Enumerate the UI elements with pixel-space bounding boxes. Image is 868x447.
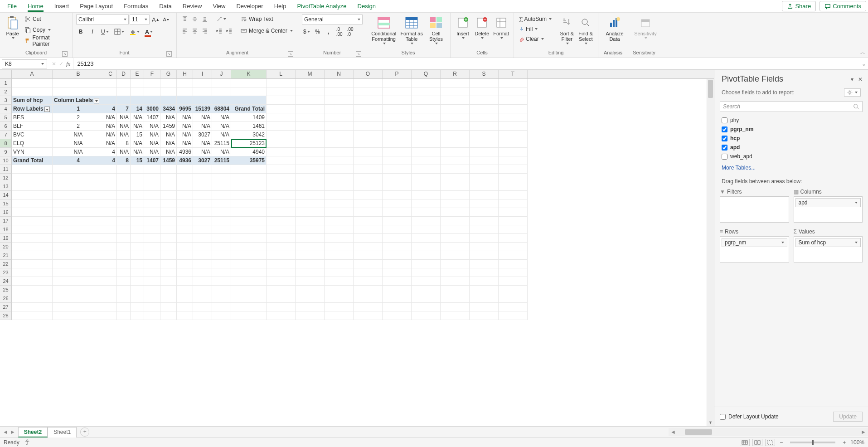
row-header-19[interactable]: 19 [0,234,12,243]
cell-K24[interactable] [231,277,267,286]
row-header-11[interactable]: 11 [0,165,12,174]
cell-J21[interactable] [212,251,231,260]
cell-P8[interactable] [383,139,412,148]
analyze-data-button[interactable]: Analyze Data [602,15,627,43]
cell-T22[interactable] [499,260,528,268]
cell-O18[interactable] [354,225,383,234]
cell-K26[interactable] [231,294,267,303]
cell-M23[interactable] [296,268,325,277]
cell-N15[interactable] [325,199,354,208]
cell-P10[interactable] [383,156,412,165]
col-header-A[interactable]: A [12,70,53,78]
cell-N9[interactable] [325,148,354,156]
cell-Q22[interactable] [412,260,441,268]
cell-M9[interactable] [296,148,325,156]
cell-Q2[interactable] [412,87,441,96]
cell-F28[interactable] [144,311,160,320]
cell-F6[interactable]: N/A [144,122,160,131]
cell-J13[interactable] [212,182,231,191]
cell-B14[interactable] [53,191,104,199]
cell-Q21[interactable] [412,251,441,260]
cell-M22[interactable] [296,260,325,268]
cell-A14[interactable] [12,191,53,199]
cell-K4[interactable]: Grand Total [231,105,267,113]
cell-O14[interactable] [354,191,383,199]
menu-tab-file[interactable]: File [2,1,22,11]
cell-K16[interactable] [231,208,267,217]
cell-G20[interactable] [160,243,177,251]
cell-G6[interactable]: 1459 [160,122,177,131]
cell-H23[interactable] [177,268,193,277]
expand-formula-bar-button[interactable]: ⌄ [860,61,868,67]
cell-R12[interactable] [441,174,470,182]
cell-F20[interactable] [144,243,160,251]
cell-E15[interactable] [131,199,144,208]
cell-F12[interactable] [144,174,160,182]
cell-G28[interactable] [160,311,177,320]
cell-E25[interactable] [131,286,144,294]
cell-I17[interactable] [193,217,212,225]
pivot-dropdown[interactable] [94,98,99,103]
row-header-27[interactable]: 27 [0,303,12,311]
cell-A16[interactable] [12,208,53,217]
cell-J19[interactable] [212,234,231,243]
cell-I28[interactable] [193,311,212,320]
field-pgrp_nm[interactable]: pgrp_nm [722,125,861,134]
row-header-26[interactable]: 26 [0,294,12,303]
name-box[interactable]: K8 [2,59,47,68]
cell-B11[interactable] [53,165,104,174]
cell-E28[interactable] [131,311,144,320]
paste-button[interactable]: Paste [4,15,21,40]
cell-K8[interactable]: 25123 [231,139,267,148]
cell-N28[interactable] [325,311,354,320]
cell-T14[interactable] [499,191,528,199]
field-list-settings-button[interactable] [844,88,861,97]
cell-E4[interactable]: 14 [131,105,144,113]
cell-B26[interactable] [53,294,104,303]
cell-Q16[interactable] [412,208,441,217]
cell-P18[interactable] [383,225,412,234]
shrink-font-button[interactable]: A▼ [162,15,171,24]
cell-L28[interactable] [267,311,296,320]
cell-S13[interactable] [470,182,499,191]
cell-C24[interactable] [104,277,117,286]
page-layout-view-button[interactable] [752,439,762,446]
cell-O16[interactable] [354,208,383,217]
hscroll-right[interactable]: ► [859,429,868,435]
cell-C3[interactable] [104,96,117,105]
cell-K20[interactable] [231,243,267,251]
sort-filter-button[interactable]: Sort & Filter [558,15,576,45]
cell-K19[interactable] [231,234,267,243]
cell-K1[interactable] [231,79,267,87]
cell-B10[interactable]: 4 [53,156,104,165]
cell-B20[interactable] [53,243,104,251]
percent-format-button[interactable]: % [313,27,322,36]
cell-D9[interactable]: N/A [117,148,131,156]
comments-button[interactable]: Comments [820,1,866,11]
cell-F24[interactable] [144,277,160,286]
bold-button[interactable]: B [76,27,85,36]
cell-J5[interactable]: N/A [212,113,231,122]
cell-R8[interactable] [441,139,470,148]
menu-tab-view[interactable]: View [207,1,231,11]
hscroll-left[interactable]: ◄ [669,429,678,435]
cell-K25[interactable] [231,286,267,294]
cell-F2[interactable] [144,87,160,96]
cell-G25[interactable] [160,286,177,294]
cell-R13[interactable] [441,182,470,191]
cell-I22[interactable] [193,260,212,268]
cell-A20[interactable] [12,243,53,251]
cell-C6[interactable]: N/A [104,122,117,131]
cell-T16[interactable] [499,208,528,217]
col-header-G[interactable]: G [160,70,177,78]
page-break-view-button[interactable] [765,439,775,446]
pivot-dropdown[interactable] [44,107,50,112]
cell-P9[interactable] [383,148,412,156]
cell-M20[interactable] [296,243,325,251]
cell-Q5[interactable] [412,113,441,122]
cell-O25[interactable] [354,286,383,294]
cell-O5[interactable] [354,113,383,122]
cell-J4[interactable]: 68804 [212,105,231,113]
cell-P3[interactable] [383,96,412,105]
cell-L10[interactable] [267,156,296,165]
